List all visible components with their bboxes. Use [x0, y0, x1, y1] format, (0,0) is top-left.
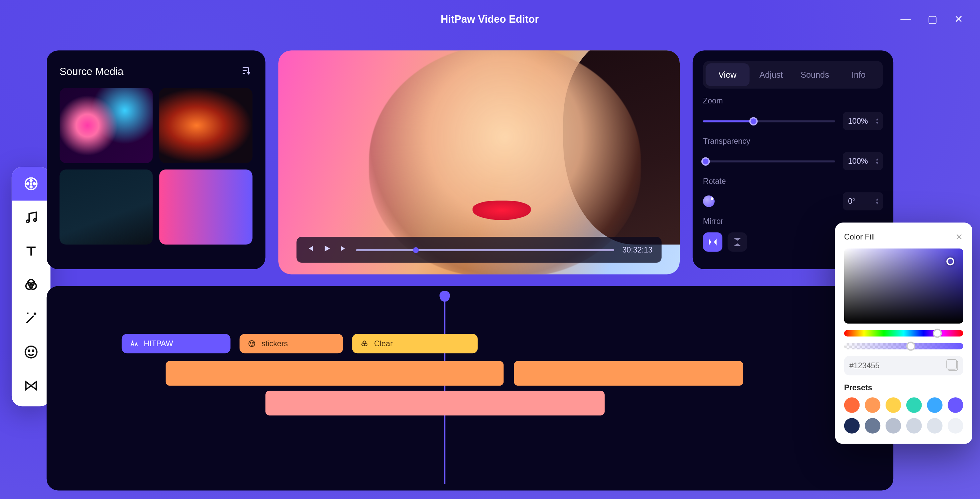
color-swatch[interactable] [844, 397, 860, 413]
play-button[interactable] [322, 244, 331, 256]
sidebar-effects-button[interactable] [12, 268, 50, 302]
presets-label: Presets [844, 383, 963, 392]
color-swatch[interactable] [927, 418, 943, 434]
app-title: HitPaw Video Editor [441, 14, 539, 25]
zoom-slider[interactable] [703, 120, 835, 122]
source-media-panel: Source Media [47, 50, 266, 269]
minimize-button[interactable]: — [900, 13, 911, 25]
transparency-value-stepper[interactable]: 100% ▲▼ [843, 152, 883, 170]
media-thumbnail[interactable] [59, 88, 153, 163]
svg-point-3 [27, 183, 29, 185]
color-saturation-area[interactable] [844, 248, 963, 324]
timeline-chip-hitpaw[interactable]: HITPAW [122, 334, 231, 353]
source-heading: Source Media [59, 66, 124, 78]
zoom-value-stepper[interactable]: 100% ▲▼ [843, 112, 883, 130]
sidebar-magic-button[interactable] [12, 302, 50, 335]
sidebar-media-button[interactable] [12, 167, 50, 201]
sidebar-stickers-button[interactable] [12, 335, 50, 369]
svg-point-16 [253, 343, 253, 343]
rotate-dial[interactable] [703, 195, 715, 207]
prev-frame-button[interactable] [305, 244, 315, 256]
svg-point-12 [29, 350, 30, 351]
tab-adjust[interactable]: Adjust [749, 64, 793, 86]
music-note-icon [23, 210, 39, 226]
timeline-clip[interactable] [265, 391, 605, 416]
zoom-label: Zoom [703, 96, 883, 105]
tab-view[interactable]: View [706, 64, 749, 86]
playhead[interactable] [444, 292, 445, 484]
alpha-slider[interactable] [844, 343, 963, 349]
mirror-horizontal-button[interactable] [703, 232, 722, 251]
media-thumbnail[interactable] [159, 170, 252, 245]
sidebar-transitions-button[interactable] [12, 369, 50, 403]
playback-bar: 30:32:13 [297, 237, 662, 263]
preset-swatches [844, 397, 963, 434]
timeline-chip-stickers[interactable]: stickers [240, 334, 343, 353]
transparency-label: Transparency [703, 137, 883, 145]
magic-wand-icon [23, 310, 39, 326]
tab-sounds[interactable]: Sounds [793, 64, 837, 86]
playback-slider[interactable] [356, 249, 615, 251]
mirror-horizontal-icon [707, 237, 718, 247]
chip-label: stickers [262, 339, 288, 348]
color-swatch[interactable] [948, 397, 963, 413]
film-reel-icon [23, 176, 39, 192]
smiley-icon [23, 344, 39, 360]
svg-point-6 [27, 220, 29, 223]
tab-info[interactable]: Info [837, 64, 880, 86]
close-button[interactable]: ✕ [954, 13, 963, 25]
copy-hex-button[interactable] [948, 361, 958, 371]
mirror-vertical-button[interactable] [728, 232, 747, 251]
color-swatch[interactable] [906, 418, 922, 434]
hex-input[interactable] [849, 361, 914, 370]
media-thumbnail[interactable] [59, 170, 153, 245]
svg-point-13 [32, 350, 34, 351]
color-swatch[interactable] [948, 418, 963, 434]
svg-point-7 [34, 219, 37, 221]
maximize-button[interactable]: ▢ [928, 13, 937, 25]
next-frame-button[interactable] [339, 244, 348, 256]
timeline-chip-clear[interactable]: Clear [352, 334, 477, 353]
color-fill-close-button[interactable]: ✕ [955, 232, 963, 242]
svg-point-2 [30, 186, 32, 188]
chip-label: HITPAW [144, 339, 173, 348]
media-thumbnail[interactable] [159, 88, 252, 163]
svg-point-11 [25, 346, 37, 358]
sidebar-text-button[interactable] [12, 234, 50, 268]
color-swatch[interactable] [886, 418, 901, 434]
color-swatch[interactable] [865, 418, 881, 434]
overlap-circles-icon [360, 339, 369, 348]
rotate-label: Rotate [703, 177, 883, 186]
chevron-updown-icon: ▲▼ [875, 117, 879, 125]
properties-tabs: View Adjust Sounds Info [703, 61, 883, 88]
text-icon [23, 243, 39, 259]
chip-label: Clear [374, 339, 393, 348]
skip-back-icon [305, 244, 315, 253]
text-aa-icon [129, 339, 138, 348]
sort-icon [241, 65, 253, 76]
color-swatch[interactable] [906, 397, 922, 413]
zoom-value: 100% [848, 116, 868, 126]
color-swatch[interactable] [927, 397, 943, 413]
playback-time: 30:32:13 [622, 245, 653, 254]
smiley-icon [247, 339, 256, 348]
sort-button[interactable] [241, 65, 253, 79]
mirror-vertical-icon [732, 237, 743, 247]
transparency-slider[interactable] [703, 160, 835, 162]
preview-viewport: 30:32:13 [278, 50, 680, 274]
color-fill-title: Color Fill [844, 232, 875, 241]
svg-point-5 [30, 183, 32, 185]
rotate-value: 0° [848, 197, 855, 206]
transparency-value: 100% [848, 156, 868, 165]
timeline-clip[interactable] [166, 361, 504, 386]
timeline-clip[interactable] [514, 361, 743, 386]
rotate-value-stepper[interactable]: 0° ▲▼ [843, 192, 883, 210]
svg-point-1 [30, 180, 32, 181]
sidebar-audio-button[interactable] [12, 200, 50, 234]
svg-point-14 [249, 340, 255, 346]
color-swatch[interactable] [886, 397, 901, 413]
transition-icon [23, 378, 39, 394]
color-swatch[interactable] [865, 397, 881, 413]
color-swatch[interactable] [844, 418, 860, 434]
hue-slider[interactable] [844, 330, 963, 336]
